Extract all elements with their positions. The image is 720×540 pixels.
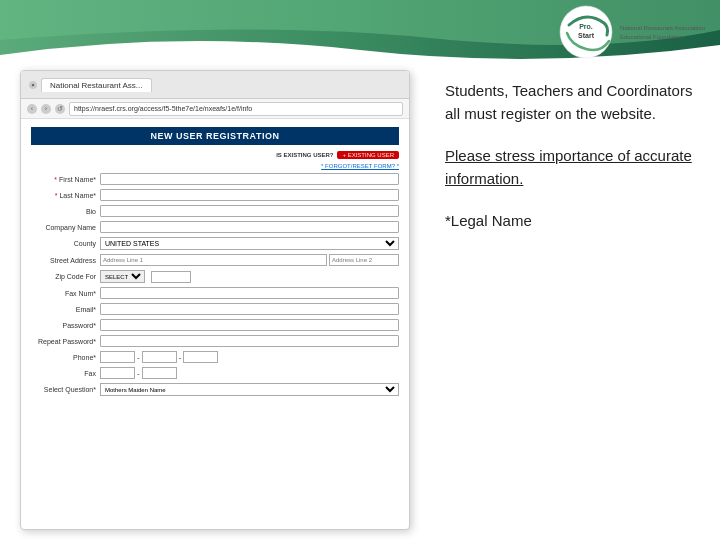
first-name-row: * First Name* [31, 173, 399, 185]
logo-org-line2: Educational Foundation [620, 33, 705, 41]
browser-window: × National Restaurant Ass... ‹ › ↺ https… [20, 70, 410, 530]
browser-tab[interactable]: National Restaurant Ass... [41, 78, 152, 92]
last-name-row: * Last Name* [31, 189, 399, 201]
svg-text:Start: Start [578, 32, 595, 39]
address1-input[interactable] [100, 254, 327, 266]
prostart-logo-icon: Pro. Start [559, 5, 614, 60]
state-select[interactable]: SELECT... [100, 270, 145, 283]
secret-question-row: Select Question* Mothers Maiden Name [31, 383, 399, 396]
bio-row: Bio [31, 205, 399, 217]
phone-suffix-input[interactable] [183, 351, 218, 363]
browser-address-bar: ‹ › ↺ https://nraesf.crs.org/access/f5-5… [21, 99, 409, 119]
bio-input[interactable] [100, 205, 399, 217]
password-input[interactable] [100, 319, 399, 331]
info-paragraph-3: *Legal Name [445, 210, 695, 233]
county-row: County UNITED STATES [31, 237, 399, 250]
form-title: NEW USER REGISTRATION [31, 127, 399, 145]
existing-user-row: IS EXISTING USER? + EXISTING USER [31, 151, 399, 159]
first-name-label: * First Name* [31, 176, 96, 183]
address2-input[interactable] [329, 254, 399, 266]
phone-area-input[interactable] [100, 351, 135, 363]
fax-row: Fax - [31, 367, 399, 379]
fax-area-input[interactable] [100, 367, 135, 379]
phone-label: Phone* [31, 354, 96, 361]
browser-forward-btn[interactable]: › [41, 104, 51, 114]
main-content: × National Restaurant Ass... ‹ › ↺ https… [0, 0, 720, 540]
email-row: Email* [31, 303, 399, 315]
address-row: Street Address [31, 254, 399, 266]
last-name-input[interactable] [100, 189, 399, 201]
prostart-logo: Pro. Start National Restaurant Associati… [559, 5, 705, 60]
fax-dash-1: - [137, 369, 140, 378]
password-label: Password* [31, 322, 96, 329]
repeat-password-input[interactable] [100, 335, 399, 347]
browser-close-btn[interactable]: × [29, 81, 37, 89]
logo-container: Pro. Start National Restaurant Associati… [559, 5, 705, 60]
info-paragraph-1: Students, Teachers and Coordinators all … [445, 80, 695, 125]
last-name-label: * Last Name* [31, 192, 96, 199]
fax-num-label: Fax Num* [31, 290, 96, 297]
zip-input[interactable] [151, 271, 191, 283]
email-label: Email* [31, 306, 96, 313]
email-input[interactable] [100, 303, 399, 315]
state-zip-row: Zip Code For SELECT... [31, 270, 399, 283]
phone-prefix-input[interactable] [142, 351, 177, 363]
company-input[interactable] [100, 221, 399, 233]
first-name-input[interactable] [100, 173, 399, 185]
fax-label: Fax [31, 370, 96, 377]
state-label: Zip Code For [31, 273, 96, 280]
left-panel: × National Restaurant Ass... ‹ › ↺ https… [0, 0, 430, 540]
password-row: Password* [31, 319, 399, 331]
forgot-password-link[interactable]: * FORGOT/RESET FORM? * [321, 163, 399, 169]
logo-org-line1: National Restaurant Association [620, 24, 705, 32]
browser-address-input[interactable]: https://nraesf.crs.org/access/f5-5the7e/… [69, 102, 403, 116]
company-row: Company Name [31, 221, 399, 233]
browser-back-btn[interactable]: ‹ [27, 104, 37, 114]
logo-badge: National Restaurant Association Educatio… [620, 24, 705, 41]
phone-dash-1: - [137, 353, 140, 362]
right-panel: Students, Teachers and Coordinators all … [430, 0, 720, 540]
fax-prefix-input[interactable] [142, 367, 177, 379]
phone-row: Phone* - - [31, 351, 399, 363]
existing-user-btn[interactable]: + EXISTING USER [337, 151, 399, 159]
browser-refresh-btn[interactable]: ↺ [55, 104, 65, 114]
company-label: Company Name [31, 224, 96, 231]
bio-label: Bio [31, 208, 96, 215]
address-label: Street Address [31, 257, 96, 264]
secret-question-select[interactable]: Mothers Maiden Name [100, 383, 399, 396]
secret-question-label: Select Question* [31, 386, 96, 393]
county-select[interactable]: UNITED STATES [100, 237, 399, 250]
browser-chrome: × National Restaurant Ass... [21, 71, 409, 99]
repeat-password-row: Repeat Password* [31, 335, 399, 347]
fax-num-input[interactable] [100, 287, 399, 299]
repeat-password-label: Repeat Password* [31, 338, 96, 345]
county-label: County [31, 240, 96, 247]
phone-dash-2: - [179, 353, 182, 362]
svg-text:Pro.: Pro. [579, 23, 593, 30]
form-content: NEW USER REGISTRATION IS EXISTING USER? … [21, 119, 409, 529]
existing-user-label: IS EXISTING USER? [276, 152, 333, 158]
info-paragraph-2: Please stress importance of accurate inf… [445, 145, 695, 190]
fax-num-row: Fax Num* [31, 287, 399, 299]
